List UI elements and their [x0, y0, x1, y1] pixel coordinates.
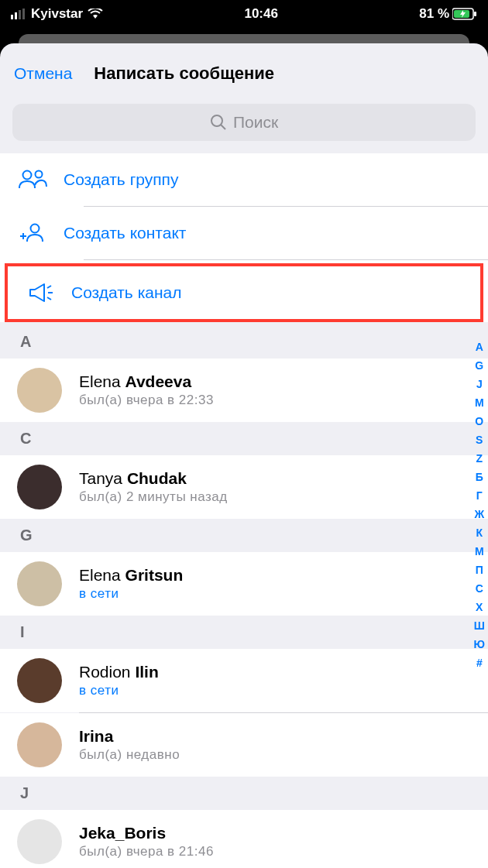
search-input[interactable]: Поиск: [12, 104, 476, 141]
index-letter[interactable]: S: [476, 431, 483, 449]
index-letter[interactable]: Б: [476, 468, 483, 486]
contact-status: в сети: [79, 683, 159, 698]
avatar: [17, 368, 62, 413]
index-letter[interactable]: С: [476, 579, 483, 598]
svg-rect-3: [22, 9, 25, 19]
contact-name: Elena Gritsun: [79, 566, 183, 585]
battery-percent: 81 %: [419, 6, 449, 22]
index-letter[interactable]: М: [475, 542, 484, 561]
svg-line-15: [47, 286, 51, 288]
megaphone-icon: [25, 281, 71, 304]
avatar: [17, 561, 62, 606]
contact-status: был(а) вчера в 22:33: [79, 393, 214, 408]
svg-rect-0: [11, 15, 13, 19]
create-channel-label: Создать канал: [71, 283, 182, 302]
contact-status: в сети: [79, 586, 183, 602]
section-header: G: [0, 519, 488, 552]
contact-name: Tanya Chudak: [79, 469, 228, 488]
contact-row[interactable]: Irinaбыл(а) недавно: [0, 713, 488, 777]
avatar: [17, 658, 62, 703]
contact-row[interactable]: Rodion Ilinв сети: [0, 649, 488, 712]
alphabet-index[interactable]: AGJMOSZБГЖКМПСХШЮ#: [474, 338, 485, 672]
cancel-button[interactable]: Отмена: [14, 64, 72, 83]
create-contact-row[interactable]: Создать контакт: [0, 207, 488, 259]
svg-line-16: [47, 297, 51, 300]
section-header: A: [0, 325, 488, 359]
contact-row[interactable]: Tanya Chudakбыл(а) 2 минуты назад: [0, 455, 488, 519]
svg-point-7: [211, 115, 222, 126]
svg-line-8: [221, 125, 225, 129]
create-channel-row[interactable]: Создать канал: [8, 266, 480, 319]
signal-icon: [11, 9, 26, 19]
search-icon: [210, 114, 227, 131]
svg-rect-6: [474, 12, 476, 16]
status-bar: Kyivstar 10:46 81 %: [0, 0, 488, 28]
contact-status: был(а) недавно: [79, 747, 180, 763]
index-letter[interactable]: Х: [476, 598, 483, 616]
wifi-icon: [88, 9, 103, 19]
battery-icon: [452, 8, 477, 20]
index-letter[interactable]: Ж: [474, 505, 484, 523]
index-letter[interactable]: Г: [476, 486, 483, 505]
index-letter[interactable]: J: [476, 375, 483, 393]
index-letter[interactable]: G: [475, 356, 483, 375]
contact-row[interactable]: Jeka_Borisбыл(а) вчера в 21:46: [0, 810, 488, 868]
add-contact-icon: [17, 221, 64, 245]
index-letter[interactable]: A: [476, 338, 483, 356]
contact-row[interactable]: Elena Gritsunв сети: [0, 552, 488, 616]
contact-name: Rodion Ilin: [79, 663, 159, 681]
avatar: [17, 465, 62, 509]
status-time: 10:46: [244, 6, 277, 22]
contact-name: Jeka_Boris: [79, 824, 214, 842]
index-letter[interactable]: К: [476, 523, 483, 542]
modal-title: Написать сообщение: [94, 63, 474, 84]
create-group-row[interactable]: Создать группу: [0, 153, 488, 206]
highlight-box: Создать канал: [5, 263, 483, 322]
modal-sheet: Отмена Написать сообщение Поиск Создать …: [0, 43, 488, 868]
index-letter[interactable]: M: [475, 393, 484, 412]
index-letter[interactable]: O: [475, 412, 483, 431]
contact-status: был(а) вчера в 21:46: [79, 844, 214, 859]
create-contact-label: Создать контакт: [64, 224, 186, 242]
contact-row[interactable]: Elena Avdeevaбыл(а) вчера в 22:33: [0, 359, 488, 422]
contact-name: Irina: [79, 727, 180, 746]
avatar: [17, 819, 62, 864]
avatar: [17, 722, 62, 767]
index-letter[interactable]: Ю: [474, 635, 485, 654]
section-header: I: [0, 616, 488, 649]
index-letter[interactable]: Z: [476, 449, 483, 468]
index-letter[interactable]: П: [476, 561, 483, 579]
svg-rect-1: [15, 12, 17, 19]
section-header: C: [0, 422, 488, 455]
carrier-label: Kyivstar: [31, 6, 83, 22]
group-icon: [17, 168, 64, 191]
svg-point-10: [36, 171, 43, 178]
contact-status: был(а) 2 минуты назад: [79, 489, 228, 505]
index-letter[interactable]: Ш: [474, 616, 485, 635]
svg-point-9: [23, 171, 32, 180]
create-group-label: Создать группу: [64, 170, 179, 189]
index-letter[interactable]: #: [476, 654, 483, 672]
svg-rect-2: [19, 10, 21, 19]
svg-point-11: [31, 225, 40, 233]
contact-name: Elena Avdeeva: [79, 372, 214, 391]
modal-header: Отмена Написать сообщение: [0, 43, 488, 104]
section-header: J: [0, 777, 488, 810]
search-placeholder: Поиск: [233, 113, 278, 132]
